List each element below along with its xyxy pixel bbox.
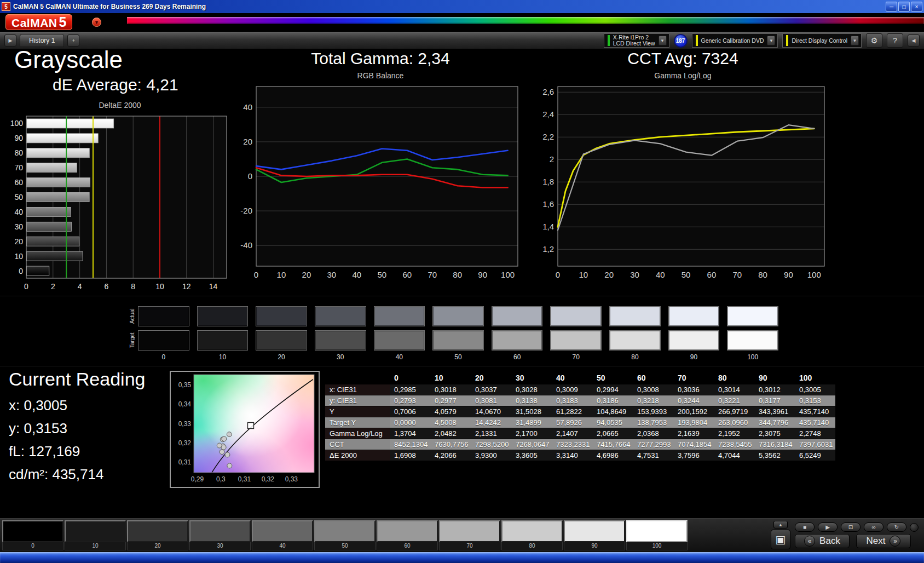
- grayscale-heading: Grayscale: [14, 46, 123, 73]
- pattern-level-0[interactable]: 0: [2, 520, 63, 550]
- restore-icon: □: [902, 4, 905, 10]
- table-col-header: 70: [673, 372, 714, 384]
- actual-swatch-30: [315, 306, 366, 326]
- row-label: x: CIE31: [325, 384, 390, 395]
- next-button[interactable]: Next »: [856, 534, 911, 548]
- table-cell: 7397,6031: [795, 439, 835, 450]
- table-cell: 61,2822: [552, 406, 592, 417]
- reading-value: y: 0,3153: [9, 420, 103, 437]
- svg-text:20: 20: [302, 270, 311, 279]
- actual-row-label: Actual: [128, 306, 136, 326]
- app-icon-glyph: 5: [4, 4, 8, 10]
- close-button[interactable]: ×: [911, 2, 922, 12]
- single-measure-button[interactable]: ⊡: [841, 522, 861, 532]
- table-cell: 2,1952: [714, 428, 754, 439]
- pattern-level-40[interactable]: 40: [252, 520, 313, 550]
- swatch-column-label: 30: [315, 353, 366, 361]
- pattern-level-10[interactable]: 10: [65, 520, 126, 550]
- table-col-header: 10: [430, 372, 471, 384]
- pattern-level-30[interactable]: 30: [189, 520, 251, 550]
- svg-text:-20: -20: [240, 206, 252, 215]
- svg-text:70: 70: [14, 163, 23, 172]
- table-cell: 138,7953: [633, 417, 673, 428]
- svg-text:2: 2: [550, 154, 554, 164]
- table-header-row: 0102030405060708090100: [325, 372, 835, 384]
- calman-logo[interactable]: CalMAN 5: [5, 14, 72, 30]
- table-cell: 4,5008: [430, 417, 471, 428]
- tray-expand-button[interactable]: ▲: [773, 521, 788, 528]
- tab-history-1[interactable]: History 1: [20, 34, 64, 47]
- display-control-selector[interactable]: Direct Display Control ▼: [782, 33, 862, 48]
- settings-button[interactable]: ⚙: [866, 33, 882, 48]
- table-cell: 3,3605: [511, 450, 552, 461]
- table-cell: 0,2994: [592, 384, 633, 395]
- actual-swatch-40: [374, 306, 425, 326]
- help-icon: ?: [893, 36, 897, 45]
- level-swatch: [189, 520, 251, 542]
- pattern-level-70[interactable]: 70: [439, 520, 500, 550]
- tab-label: History 1: [29, 37, 55, 44]
- table-cell: 7277,2993: [633, 439, 673, 450]
- gear-icon: ⚙: [871, 36, 878, 45]
- stop-button[interactable]: ■: [795, 522, 815, 532]
- stop-icon: ■: [803, 524, 806, 530]
- table-cell: 344,7796: [754, 417, 795, 428]
- table-cell: 0,3036: [673, 384, 714, 395]
- svg-text:100: 100: [807, 270, 821, 279]
- table-cell: 2,1639: [673, 428, 714, 439]
- svg-text:0,31: 0,31: [238, 475, 251, 483]
- table-cell: 0,3153: [795, 395, 835, 406]
- table-cell: 0,3221: [714, 395, 754, 406]
- svg-text:10: 10: [14, 252, 23, 261]
- table-cell: 2,0368: [633, 428, 673, 439]
- pattern-level-100[interactable]: 100: [626, 520, 688, 550]
- svg-text:10: 10: [277, 270, 286, 279]
- svg-text:0,29: 0,29: [191, 475, 204, 483]
- minimize-button[interactable]: ─: [886, 2, 897, 12]
- table-cell: 5,3562: [754, 450, 795, 461]
- row-label: y: CIE31: [325, 395, 390, 406]
- workflow-dropdown-button[interactable]: ▼: [767, 36, 775, 45]
- actual-swatch-70: [550, 306, 602, 326]
- meter-selector[interactable]: X-Rite i1Pro 2 LCD Direct View ▼: [604, 33, 669, 48]
- logo-menu-button[interactable]: ▼: [92, 18, 101, 27]
- panel-left-icon: ◀: [912, 38, 916, 43]
- workflow-selector[interactable]: Generic Calibration DVD ▼: [692, 33, 778, 48]
- swatch-strip: Actual Target 0102030405060708090100: [0, 296, 924, 366]
- actual-swatch-80: [609, 306, 661, 326]
- table-cell: 0,3037: [471, 384, 511, 395]
- table-cell: 2,1407: [552, 428, 592, 439]
- dropdown-icon: ▼: [660, 38, 665, 43]
- continuous-measure-button[interactable]: ∞: [864, 522, 883, 532]
- table-col-header: 40: [552, 372, 592, 384]
- display-dropdown-button[interactable]: ▼: [851, 36, 859, 45]
- restore-button[interactable]: □: [898, 2, 910, 12]
- svg-text:60: 60: [707, 270, 717, 279]
- deltae-chart-title: DeltaE 2000: [8, 101, 232, 112]
- back-button[interactable]: « Back: [795, 534, 850, 548]
- left-panel-toggle-button[interactable]: ▶: [4, 35, 16, 47]
- pattern-window-button[interactable]: ▣: [771, 530, 790, 549]
- reading-value: fL: 127,169: [9, 443, 103, 460]
- help-button[interactable]: ?: [887, 33, 903, 48]
- svg-text:90: 90: [14, 134, 23, 142]
- table-cell: 31,5028: [511, 406, 552, 417]
- play-button[interactable]: ▶: [818, 522, 838, 532]
- pattern-level-20[interactable]: 20: [127, 520, 188, 550]
- meter-dropdown-button[interactable]: ▼: [659, 36, 667, 45]
- pattern-level-buttons: 0102030405060708090100: [2, 520, 688, 550]
- pattern-level-80[interactable]: 80: [501, 520, 563, 550]
- pattern-level-50[interactable]: 50: [314, 520, 376, 550]
- right-panel-toggle-button[interactable]: ◀: [908, 35, 920, 47]
- workflow-name: Generic Calibration DVD: [701, 38, 764, 44]
- table-cell: 7316,3184: [754, 439, 795, 450]
- row-label: Y: [325, 406, 390, 417]
- pattern-level-90[interactable]: 90: [564, 520, 625, 550]
- dropdown-icon: ▼: [94, 20, 99, 25]
- table-row: y: CIE310,27930,29770,30810,31380,31830,…: [325, 395, 835, 406]
- table-cell: 4,7044: [714, 450, 754, 461]
- add-tab-button[interactable]: +: [67, 35, 79, 47]
- loop-button[interactable]: ↻: [887, 522, 906, 532]
- pattern-level-60[interactable]: 60: [377, 520, 438, 550]
- svg-text:70: 70: [732, 270, 742, 279]
